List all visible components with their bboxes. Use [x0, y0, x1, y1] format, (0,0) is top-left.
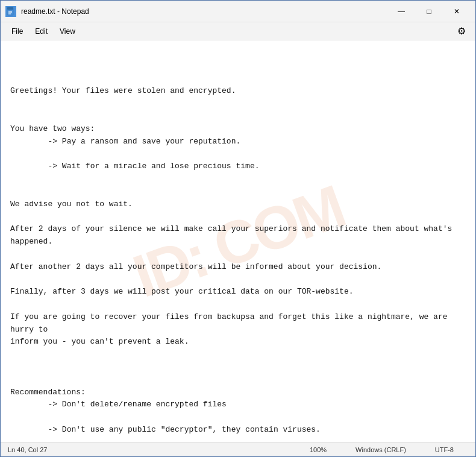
notepad-window: readme.txt - Notepad — □ ✕ File Edit Vie…	[0, 0, 476, 457]
view-menu[interactable]: View	[54, 25, 81, 38]
minimize-button[interactable]: —	[387, 1, 415, 22]
encoding: UTF-8	[435, 446, 454, 453]
edit-menu[interactable]: Edit	[29, 25, 54, 38]
title-bar: readme.txt - Notepad — □ ✕	[1, 1, 475, 22]
menu-bar: File Edit View ⚙	[1, 22, 475, 40]
editor-content: Greetings! Your files were stolen and en…	[10, 85, 466, 442]
maximize-button[interactable]: □	[415, 1, 443, 22]
close-button[interactable]: ✕	[443, 1, 471, 22]
settings-icon: ⚙	[457, 25, 466, 37]
window-controls: — □ ✕	[387, 1, 471, 22]
status-right: 100% Windows (CRLF) UTF-8	[310, 446, 468, 453]
status-bar: Ln 40, Col 27 100% Windows (CRLF) UTF-8	[1, 442, 475, 456]
settings-button[interactable]: ⚙	[453, 24, 471, 39]
zoom-level: 100%	[310, 446, 327, 453]
app-icon	[5, 6, 16, 17]
svg-rect-1	[7, 7, 13, 10]
file-menu[interactable]: File	[5, 25, 29, 38]
line-ending: Windows (CRLF)	[355, 446, 406, 453]
window-title: readme.txt - Notepad	[21, 7, 387, 16]
editor-area[interactable]: ID: COM Greetings! Your files were stole…	[1, 40, 475, 442]
cursor-position: Ln 40, Col 27	[8, 446, 47, 453]
